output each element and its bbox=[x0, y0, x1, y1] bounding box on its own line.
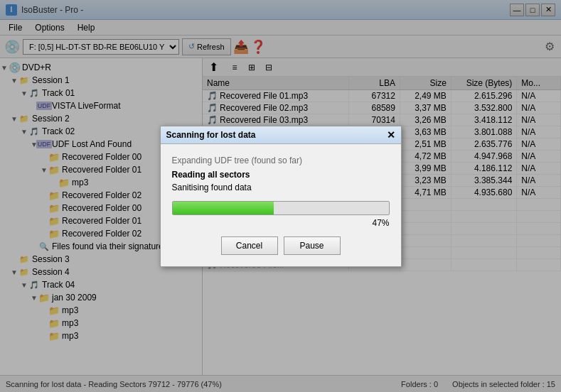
cancel-button[interactable]: Cancel bbox=[221, 236, 278, 255]
modal-overlay: Scanning for lost data ✕ Expanding UDF t… bbox=[0, 0, 561, 392]
modal-title-text: Scanning for lost data bbox=[166, 130, 256, 140]
modal-line1: Expanding UDF tree (found so far) bbox=[172, 156, 390, 165]
progress-percentage: 47% bbox=[172, 218, 390, 228]
progress-bar-background bbox=[172, 201, 390, 215]
modal-title: Scanning for lost data ✕ bbox=[161, 126, 401, 144]
progress-bar-fill bbox=[173, 202, 274, 214]
modal-content: Expanding UDF tree (found so far) Readin… bbox=[161, 144, 401, 266]
modal-line2: Reading all sectors bbox=[172, 170, 390, 180]
pause-button[interactable]: Pause bbox=[284, 236, 341, 255]
modal-close-icon[interactable]: ✕ bbox=[387, 129, 395, 141]
modal-buttons: Cancel Pause bbox=[172, 236, 390, 255]
modal-line3: Sanitising found data bbox=[172, 183, 390, 192]
modal-dialog: Scanning for lost data ✕ Expanding UDF t… bbox=[160, 126, 402, 267]
